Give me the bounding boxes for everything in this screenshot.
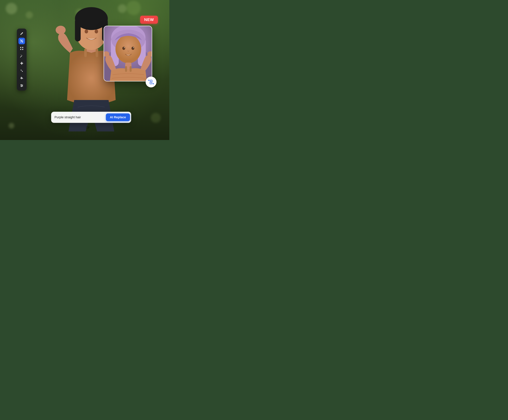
svg-point-33: [124, 47, 125, 48]
ai-replace-float-svg: [148, 79, 154, 85]
magic-wand-icon: [20, 54, 23, 58]
cursor-hand-icon: ☞: [86, 125, 90, 130]
ai-preview-card: [104, 26, 152, 81]
search-bar: AI Replace: [51, 112, 131, 123]
bokeh-dot: [26, 11, 33, 19]
magic-wand-button[interactable]: [18, 52, 25, 59]
bokeh-dot: [6, 3, 17, 14]
svg-rect-10: [96, 49, 98, 57]
svg-point-31: [122, 47, 125, 50]
preview-card-inner: [104, 26, 152, 81]
resize-icon: [20, 69, 23, 73]
ai-replace-icon: [20, 39, 23, 43]
expand-icon: [20, 47, 23, 50]
bokeh-dot: [8, 123, 14, 129]
svg-rect-36: [125, 66, 127, 72]
svg-rect-9: [84, 49, 87, 57]
svg-point-30: [115, 35, 141, 63]
svg-point-16: [20, 63, 22, 64]
svg-rect-41: [150, 82, 152, 84]
clone-tool-button[interactable]: [18, 60, 25, 66]
adjust-tool-button[interactable]: [18, 82, 25, 89]
svg-rect-37: [130, 66, 132, 72]
svg-point-34: [133, 47, 134, 48]
ai-replace-tool-button[interactable]: [18, 38, 25, 44]
svg-point-14: [21, 62, 22, 63]
eraser-tool-button[interactable]: [18, 30, 25, 37]
svg-line-12: [20, 56, 22, 57]
prompt-input[interactable]: [54, 115, 104, 119]
svg-point-15: [21, 64, 22, 65]
svg-point-6: [95, 29, 98, 33]
ai-replace-button[interactable]: AI Replace: [106, 113, 130, 121]
adjust-icon: [20, 84, 23, 87]
new-badge: NEW: [140, 16, 158, 24]
fill-tool-button[interactable]: [18, 75, 25, 81]
expand-tool-button[interactable]: [18, 45, 25, 52]
bokeh-dot: [151, 113, 161, 123]
svg-rect-11: [21, 41, 22, 41]
svg-point-21: [21, 84, 22, 85]
svg-point-23: [21, 86, 22, 87]
ai-replace-floating-icon[interactable]: [146, 77, 157, 88]
clone-icon: [20, 62, 23, 65]
svg-point-5: [85, 29, 88, 33]
svg-point-22: [22, 85, 23, 86]
svg-rect-40: [150, 80, 152, 82]
resize-tool-button[interactable]: [18, 67, 25, 74]
svg-point-32: [131, 47, 134, 50]
preview-person-svg: [104, 26, 152, 81]
svg-point-7: [56, 26, 66, 34]
eraser-icon: [20, 32, 23, 35]
fill-icon: [20, 76, 23, 80]
svg-point-17: [22, 63, 23, 64]
svg-rect-3: [75, 19, 81, 41]
toolbar: [17, 29, 27, 91]
